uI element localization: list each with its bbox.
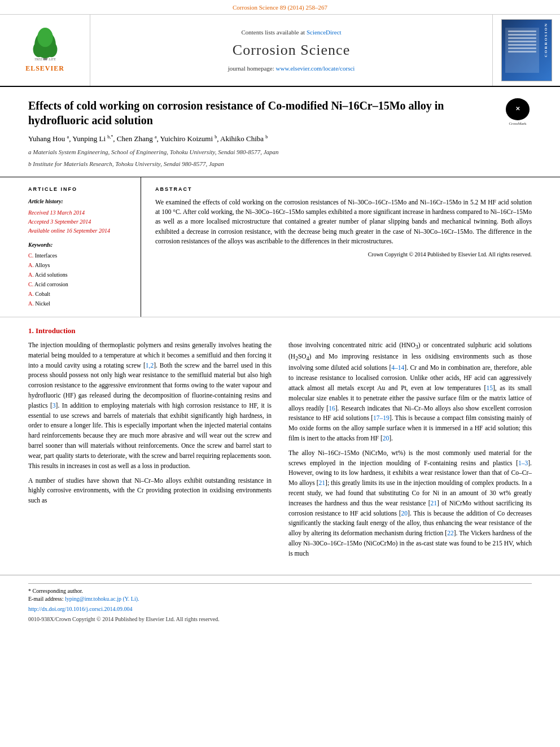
ref-21b[interactable]: 21: [431, 500, 438, 506]
email-label: E-mail address:: [28, 596, 63, 602]
ref-3[interactable]: 3: [53, 402, 56, 409]
cover-line-3: [508, 37, 536, 39]
crossmark-badge: ✕ CrossMark: [504, 98, 532, 126]
abstract-text: We examined the effects of cold working …: [155, 198, 532, 246]
elsevier-logo: TREE OF LIFE ELSEVIER: [23, 28, 68, 73]
crossmark-label: CrossMark: [509, 121, 526, 127]
elsevier-label: ELSEVIER: [25, 64, 64, 73]
article-info-header: ARTICLE INFO: [28, 186, 129, 193]
body-left-text: The injection moulding of thermoplastic …: [28, 340, 272, 506]
authors-text: Yuhang Hou a, Yunping Li b,*, Chen Zhang…: [28, 134, 268, 143]
cover-line-1: [508, 30, 536, 32]
article-title-section: Effects of cold working on corrosion res…: [0, 87, 560, 177]
journal-cover: CORROSION: [501, 19, 552, 81]
svg-point-4: [37, 28, 53, 47]
article-info-column: ARTICLE INFO Article history: Received 1…: [28, 177, 141, 317]
footnote-area: * Corresponding author. E-mail address: …: [0, 575, 560, 603]
keyword-5: A. Cobalt: [28, 289, 129, 299]
body-right-text: those involving concentrated nitric acid…: [288, 340, 532, 559]
keyword-2: A. Alloys: [28, 260, 129, 270]
journal-header: TREE OF LIFE ELSEVIER Contents lists ava…: [0, 15, 560, 87]
ref-22[interactable]: 22: [447, 530, 454, 536]
footnote-separator: [28, 583, 532, 584]
ref-1-3[interactable]: 1–3: [518, 460, 528, 466]
keyword-6: A. Nickel: [28, 299, 129, 308]
title-row: Effects of cold working on corrosion res…: [28, 98, 532, 128]
email-line: E-mail address: lyping@imr.tohoku.ac.jp …: [28, 595, 532, 603]
svg-text:TREE OF LIFE: TREE OF LIFE: [34, 58, 56, 61]
cover-label: CORROSION: [544, 23, 549, 57]
journal-title: Corrosion Science: [233, 40, 350, 60]
cover-line-5: [508, 44, 536, 46]
ref-17-19[interactable]: 17–19: [373, 414, 390, 421]
journal-citation: Corrosion Science 89 (2014) 258–267: [233, 4, 327, 11]
cover-line-2: [508, 34, 536, 36]
keywords-list: C. Interfaces A. Alloys A. Acid solution…: [28, 251, 129, 308]
journal-homepage: journal homepage: www.elsevier.com/locat…: [228, 64, 355, 73]
doi-line: http://dx.doi.org/10.1016/j.corsci.2014.…: [0, 603, 560, 615]
body-right-column: those involving concentrated nitric acid…: [288, 340, 532, 563]
page: Corrosion Science 89 (2014) 258–267 TREE…: [0, 0, 560, 629]
article-title: Effects of cold working on corrosion res…: [28, 98, 495, 128]
body-para-2: A number of studies have shown that Ni–C…: [28, 476, 272, 506]
ref-21[interactable]: 21: [319, 479, 326, 486]
section-1-title: 1. Introduction: [28, 326, 532, 336]
body-left-column: The injection moulding of thermoplastic …: [28, 340, 272, 563]
ref-16[interactable]: 16: [329, 405, 335, 412]
journal-citation-bar: Corrosion Science 89 (2014) 258–267: [0, 0, 560, 15]
authors-line: Yuhang Hou a, Yunping Li b,*, Chen Zhang…: [28, 133, 532, 145]
doi-link[interactable]: http://dx.doi.org/10.1016/j.corsci.2014.…: [28, 606, 133, 612]
ref-20b[interactable]: 20: [401, 510, 408, 517]
body-para-4: The alloy Ni–16Cr–15Mo (NiCrMo, wt%) is …: [288, 448, 532, 559]
article-dates: Received 13 March 2014 Accepted 3 Septem…: [28, 208, 129, 235]
keyword-3: A. Acid solutions: [28, 270, 129, 279]
homepage-label: journal homepage:: [228, 65, 274, 72]
abstract-copyright: Crown Copyright © 2014 Published by Else…: [155, 251, 532, 259]
keyword-1: C. Interfaces: [28, 251, 129, 260]
cover-line-6: [508, 47, 536, 49]
sciencedirect-line: Contents lists available at ScienceDirec…: [241, 28, 341, 37]
journal-info-center: Contents lists available at ScienceDirec…: [90, 15, 492, 86]
cover-inner: [505, 28, 539, 73]
email-address[interactable]: lyping@imr.tohoku.ac.jp (Y. Li).: [65, 596, 139, 602]
cover-line-7: [508, 51, 536, 53]
affiliation-a: a Materials System Engineering, School o…: [28, 147, 532, 157]
ref-4-14[interactable]: 4–14: [391, 364, 404, 371]
body-two-col: The injection moulding of thermoplastic …: [28, 340, 532, 563]
article-history-label: Article history:: [28, 198, 129, 206]
accepted-date: Accepted 3 September 2014: [28, 217, 129, 226]
ref-15[interactable]: 15: [486, 385, 493, 391]
abstract-header: ABSTRACT: [155, 186, 532, 193]
keyword-4: C. Acid corrosion: [28, 279, 129, 289]
body-para-3: those involving concentrated nitric acid…: [288, 340, 532, 444]
available-date: Available online 16 September 2014: [28, 226, 129, 235]
abstract-paragraph: We examined the effects of cold working …: [155, 198, 532, 246]
abstract-column: ABSTRACT We examined the effects of cold…: [141, 177, 532, 317]
homepage-link[interactable]: www.elsevier.com/locate/corsci: [276, 65, 355, 72]
received-date: Received 13 March 2014: [28, 208, 129, 217]
info-abstract-section: ARTICLE INFO Article history: Received 1…: [0, 177, 560, 317]
elsevier-logo-area: TREE OF LIFE ELSEVIER: [0, 15, 90, 86]
sciencedirect-link[interactable]: ScienceDirect: [307, 29, 342, 36]
crossmark-icon: ✕: [506, 98, 530, 120]
ref-20[interactable]: 20: [383, 435, 390, 442]
ref-1[interactable]: 1,2: [146, 362, 154, 369]
body-area: 1. Introduction The injection moulding o…: [0, 317, 560, 575]
keywords-label: Keywords:: [28, 241, 129, 249]
corresponding-note: * Corresponding author.: [28, 587, 532, 595]
journal-cover-area: CORROSION: [492, 15, 560, 86]
elsevier-tree-icon: TREE OF LIFE: [23, 28, 68, 62]
affiliation-b: b Institute for Materials Research, Toho…: [28, 159, 532, 169]
footer-copyright: 0010-938X/Crown Copyright © 2014 Publish…: [0, 615, 560, 629]
body-para-1: The injection moulding of thermoplastic …: [28, 340, 272, 471]
sciencedirect-prefix: Contents lists available at: [241, 29, 305, 36]
cover-line-4: [508, 41, 536, 42]
